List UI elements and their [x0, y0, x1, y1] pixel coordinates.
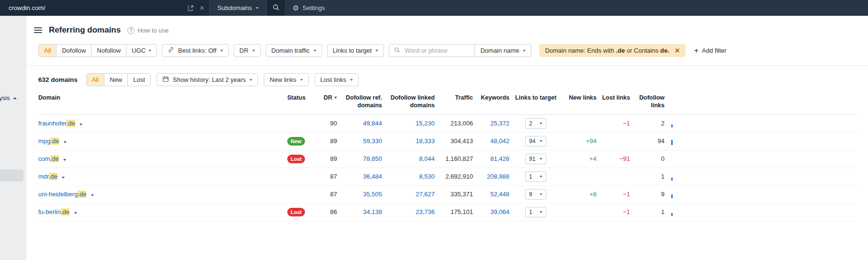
dr-value: 90	[315, 120, 337, 127]
keywords-link[interactable]: 81,426	[490, 155, 509, 162]
new-links-value: +94	[562, 137, 597, 145]
chevron-down-icon	[540, 158, 542, 160]
table-header-row: Domain Status DR Dofollow ref. domains D…	[38, 92, 856, 115]
sidebar-partial-button[interactable]	[0, 170, 23, 181]
keywords-cell: 81,426	[473, 155, 509, 162]
keywords-cell: 48,042	[473, 137, 509, 145]
clear-url-icon[interactable]: ×	[200, 4, 204, 12]
table-row: fu-berlin.de Lost 86 34,138 23,736 175,1…	[38, 203, 856, 221]
domain-link[interactable]: fu-berlin.de	[38, 208, 69, 215]
dofollow-ref-cell: 49,844	[337, 120, 382, 127]
dofollow-linked-link[interactable]: 8,530	[419, 173, 435, 180]
keywords-link[interactable]: 25,372	[490, 120, 509, 127]
links-to-target-dropdown[interactable]: Links to target	[327, 44, 384, 57]
domain-traffic-label: Domain traffic	[271, 47, 310, 54]
chevron-down-icon	[375, 50, 378, 52]
dofollow-ref-link[interactable]: 59,330	[363, 137, 382, 145]
links-to-target-select[interactable]: 91	[525, 154, 546, 164]
dofollow-linked-link[interactable]: 15,230	[416, 120, 435, 127]
dofollow-ref-cell: 35,505	[337, 191, 382, 198]
col-keywords: Keywords	[473, 94, 509, 102]
domain-link[interactable]: mpg.de	[38, 137, 59, 145]
links-to-target-select[interactable]: 1	[525, 171, 546, 182]
dofollow-linked-link[interactable]: 18,333	[416, 137, 435, 145]
tab-ugc[interactable]: UGC	[126, 45, 157, 57]
tab-new[interactable]: New	[104, 74, 127, 86]
domain-chevron-icon[interactable]	[91, 194, 94, 196]
domain-traffic-dropdown[interactable]: Domain traffic	[266, 44, 322, 57]
dofollow-linked-cell: 15,230	[382, 120, 435, 127]
keywords-link[interactable]: 208,988	[487, 173, 509, 180]
remove-filter-icon[interactable]: ×	[675, 46, 680, 55]
domain-chevron-icon[interactable]	[63, 159, 66, 161]
dofollow-linked-link[interactable]: 27,627	[416, 191, 435, 198]
status-badge: Lost	[287, 155, 305, 163]
keywords-link[interactable]: 39,064	[490, 208, 509, 215]
how-to-use-link[interactable]: ? How to use	[127, 27, 169, 34]
links-to-target-cell: 9	[509, 189, 562, 200]
word-search-box[interactable]	[389, 45, 474, 57]
menu-icon[interactable]	[34, 27, 42, 33]
subdomains-dropdown[interactable]: Subdomains	[210, 0, 266, 16]
dr-filter-label: DR	[239, 47, 248, 54]
domain-chevron-icon[interactable]	[64, 141, 67, 143]
new-links-value: +8	[562, 191, 597, 198]
sidebar-item-partial[interactable]: ysis	[0, 94, 17, 102]
domain-link[interactable]: uni-heidelberg.de	[38, 191, 86, 198]
dofollow-ref-link[interactable]: 34,138	[363, 208, 382, 215]
domain-chevron-icon[interactable]	[62, 177, 65, 179]
best-links-dropdown[interactable]: Best links: Off	[162, 44, 229, 57]
left-sidebar-partial: ysis	[0, 16, 26, 260]
word-search-input[interactable]	[404, 46, 470, 55]
target-url-input[interactable]: crowdin.com/ ×	[0, 0, 209, 16]
target-url-value[interactable]: crowdin.com/	[9, 4, 181, 11]
links-to-target-select[interactable]: 1	[525, 207, 546, 217]
tab-all[interactable]: All	[39, 45, 56, 57]
dofollow-ref-link[interactable]: 35,505	[363, 191, 382, 198]
sidebar-item-label: ysis	[0, 94, 10, 102]
keywords-cell: 208,988	[473, 173, 509, 180]
filter-chip-text: Domain name: Ends with .de or Contains d…	[545, 47, 669, 54]
tab-lost[interactable]: Lost	[127, 74, 150, 86]
settings-button[interactable]: ⚙ Settings	[293, 0, 325, 16]
dr-sort-button[interactable]: DR	[324, 94, 337, 102]
links-to-target-select[interactable]: 2	[525, 118, 546, 129]
keywords-link[interactable]: 52,448	[490, 191, 509, 198]
tab-nofollow[interactable]: Nofollow	[91, 45, 126, 57]
lost-links-dropdown[interactable]: Lost links	[315, 73, 359, 86]
domain-name-dropdown[interactable]: Domain name	[475, 45, 531, 57]
tab-all-status[interactable]: All	[87, 74, 104, 86]
domain-chevron-icon[interactable]	[79, 124, 82, 125]
chevron-down-icon	[540, 193, 542, 195]
active-filter-chip[interactable]: Domain name: Ends with .de or Contains d…	[539, 44, 685, 57]
add-filter-button[interactable]: + Add filter	[694, 47, 727, 55]
links-to-target-select[interactable]: 9	[525, 189, 546, 200]
links-to-target-cell: 94	[509, 136, 562, 147]
domain-cell: uni-heidelberg.de	[38, 191, 287, 198]
dofollow-ref-link[interactable]: 36,484	[363, 173, 382, 180]
dofollow-ref-link[interactable]: 78,850	[363, 155, 382, 162]
keywords-link[interactable]: 48,042	[490, 137, 509, 145]
dofollow-linked-link[interactable]: 8,044	[419, 155, 435, 162]
links-to-target-cell: 1	[509, 171, 562, 182]
domain-link[interactable]: com.de	[38, 155, 59, 162]
open-external-icon[interactable]	[187, 5, 194, 11]
best-links-label: Best links: Off	[178, 47, 216, 54]
table-row: mpg.de New 89 59,330 18,333 304,413 48,0…	[38, 133, 856, 150]
search-icon	[394, 47, 400, 55]
show-history-dropdown[interactable]: Show history: Last 2 years	[157, 73, 258, 86]
domain-chevron-icon[interactable]	[74, 212, 77, 214]
search-button[interactable]	[267, 0, 285, 16]
dofollow-ref-link[interactable]: 49,844	[363, 120, 382, 127]
dofollow-ref-cell: 78,850	[337, 155, 382, 162]
keywords-cell: 39,064	[473, 208, 509, 215]
chevron-down-icon	[540, 140, 542, 142]
domain-link[interactable]: mdr.de	[38, 173, 57, 180]
dr-filter-dropdown[interactable]: DR	[234, 44, 261, 57]
links-to-target-select[interactable]: 94	[525, 136, 546, 147]
tab-dofollow[interactable]: Dofollow	[56, 45, 91, 57]
domain-link[interactable]: fraunhofer.de	[38, 120, 75, 127]
chevron-down-icon	[256, 7, 259, 9]
new-links-dropdown[interactable]: New links	[264, 73, 309, 86]
dofollow-linked-link[interactable]: 23,736	[416, 208, 435, 215]
